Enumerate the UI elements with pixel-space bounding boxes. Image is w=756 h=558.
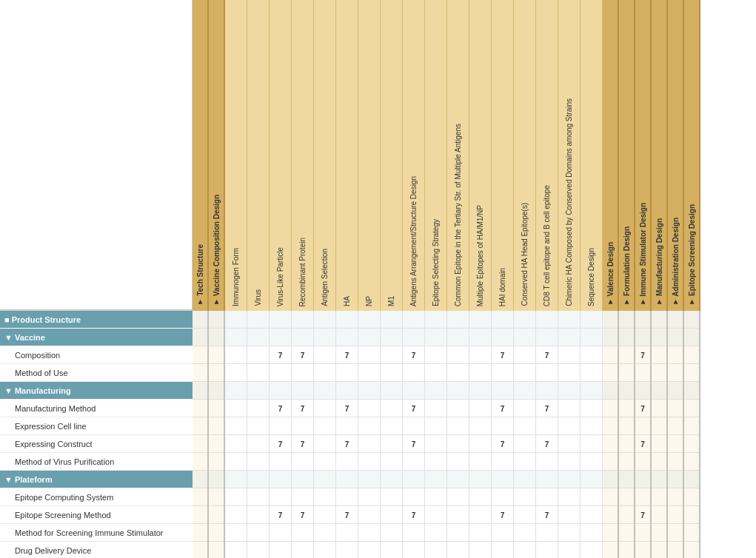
data-cell <box>514 506 536 524</box>
data-cell <box>225 453 247 471</box>
data-cell <box>603 364 619 382</box>
data-cell <box>469 488 492 506</box>
col-group-header[interactable]: ▼ Administration Design <box>668 0 684 311</box>
data-cell <box>558 311 581 329</box>
data-cell: 7 <box>403 506 425 524</box>
data-cell <box>635 453 652 471</box>
data-cell <box>536 524 558 542</box>
data-row <box>193 364 700 382</box>
data-cell <box>270 488 292 506</box>
data-cell <box>581 488 603 506</box>
data-cell <box>358 542 381 558</box>
data-cell <box>619 488 635 506</box>
data-cell <box>425 488 447 506</box>
data-cell <box>358 329 381 346</box>
data-cell <box>536 471 558 488</box>
data-cell <box>336 417 358 435</box>
data-cell <box>358 364 381 382</box>
data-cell <box>619 364 635 382</box>
data-cell: 7 <box>635 506 652 524</box>
section-header[interactable]: ▼ Vaccine <box>0 329 193 346</box>
data-cell <box>381 524 403 542</box>
col-header: Multiple Epitopes of HA/M1/NP <box>469 0 492 311</box>
data-cell <box>447 471 469 488</box>
data-cell <box>270 524 292 542</box>
data-cell: 7 <box>270 346 292 364</box>
data-cell <box>358 400 381 417</box>
data-cell <box>403 453 425 471</box>
data-cell <box>652 435 668 453</box>
data-cell <box>425 435 447 453</box>
col-header: Sequence Design <box>581 0 603 311</box>
section-header[interactable]: ■ Product Structure <box>0 311 193 329</box>
data-cell <box>225 417 247 435</box>
data-cell: 7 <box>292 435 314 453</box>
data-cell <box>652 524 668 542</box>
data-cell <box>381 435 403 453</box>
data-cell <box>314 311 336 329</box>
col-group-header[interactable]: ▼ Epitope Screening Design <box>684 0 700 311</box>
data-cell <box>492 311 514 329</box>
section-header[interactable]: ▼ Manufacturing <box>0 382 193 400</box>
data-cell <box>403 471 425 488</box>
data-cell <box>469 542 492 558</box>
data-cell <box>635 364 652 382</box>
data-row <box>193 542 700 558</box>
data-cell <box>381 311 403 329</box>
column-headers: ▼ Tech Structure▼ Vaccine Composition De… <box>193 0 700 311</box>
data-cell <box>469 435 492 453</box>
col-group-header[interactable]: ▼ Formulation Design <box>619 0 635 311</box>
data-cell <box>668 400 684 417</box>
data-cell <box>209 364 225 382</box>
data-cell <box>225 542 247 558</box>
data-cell <box>619 329 635 346</box>
data-cell <box>425 400 447 417</box>
data-cell <box>292 417 314 435</box>
data-cell <box>225 506 247 524</box>
data-cell <box>447 382 469 400</box>
data-cell <box>581 524 603 542</box>
data-cell <box>603 488 619 506</box>
data-cell <box>225 364 247 382</box>
data-cell <box>193 435 209 453</box>
col-group-header[interactable]: ▼ Valence Design <box>603 0 619 311</box>
row-item: Method of Virus Purification <box>0 453 193 471</box>
col-group-header[interactable]: ▼ Immune Stimulator Design <box>635 0 652 311</box>
data-cell: 7 <box>635 400 652 417</box>
data-cell <box>581 453 603 471</box>
data-cell <box>247 382 270 400</box>
col-header: Recombinant Protein <box>292 0 314 311</box>
data-cell <box>558 506 581 524</box>
data-cell <box>447 453 469 471</box>
data-cell <box>558 542 581 558</box>
data-cell <box>403 382 425 400</box>
data-cell <box>684 453 700 471</box>
col-group-header[interactable]: ▼ Vaccine Composition Design <box>209 0 225 311</box>
data-cell <box>225 488 247 506</box>
data-cell <box>314 488 336 506</box>
data-cell <box>558 435 581 453</box>
data-cell <box>492 471 514 488</box>
data-row <box>193 524 700 542</box>
data-cell <box>514 471 536 488</box>
data-cell <box>668 311 684 329</box>
data-cell <box>425 346 447 364</box>
data-cell <box>447 435 469 453</box>
data-cell <box>425 524 447 542</box>
data-cell <box>492 417 514 435</box>
col-group-header[interactable]: ▼ Tech Structure <box>193 0 209 311</box>
data-cell <box>193 346 209 364</box>
data-cell <box>270 382 292 400</box>
data-row <box>193 471 700 488</box>
data-cell <box>603 435 619 453</box>
data-cell <box>668 524 684 542</box>
data-cell <box>635 524 652 542</box>
data-cell: 7 <box>403 400 425 417</box>
data-cell <box>684 471 700 488</box>
data-cell <box>558 382 581 400</box>
col-group-header[interactable]: ▼ Manufacturing Design <box>652 0 668 311</box>
section-header[interactable]: ▼ Plateform <box>0 471 193 488</box>
data-cell <box>581 417 603 435</box>
data-cell <box>668 382 684 400</box>
data-cell <box>209 346 225 364</box>
